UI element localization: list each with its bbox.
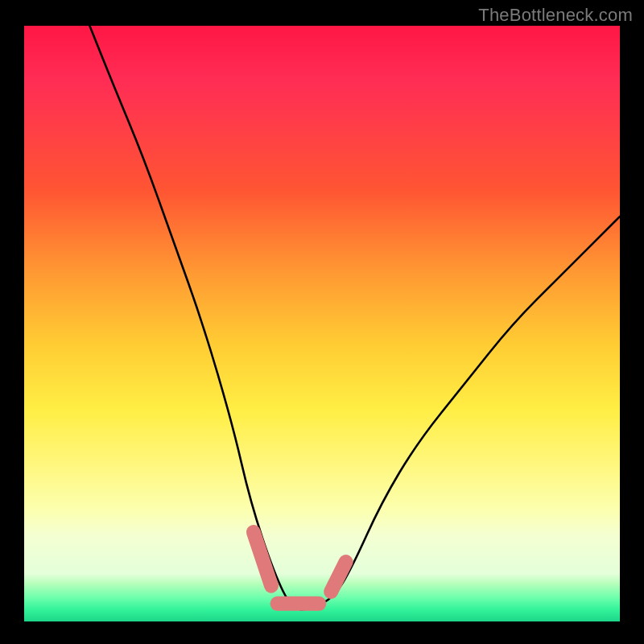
curve-layer bbox=[24, 26, 620, 621]
chart-frame: TheBottleneck.com bbox=[0, 0, 644, 644]
highlight-segment bbox=[331, 562, 346, 592]
bottleneck-curve bbox=[89, 26, 620, 609]
highlight-segment bbox=[254, 532, 271, 586]
optimal-range-highlight bbox=[254, 532, 346, 604]
watermark-text: TheBottleneck.com bbox=[478, 5, 633, 26]
plot-area bbox=[24, 26, 620, 621]
